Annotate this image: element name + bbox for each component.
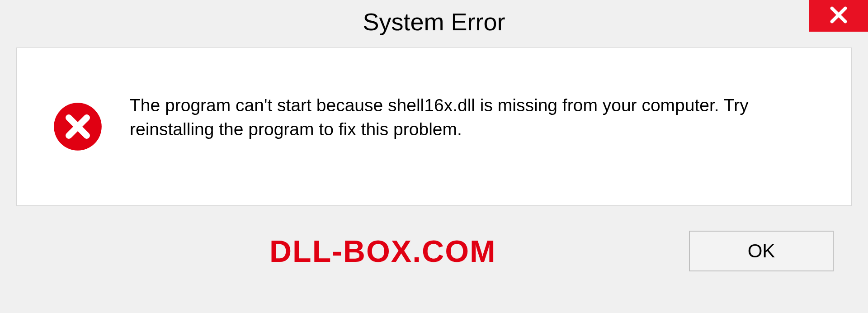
dialog-title: System Error — [363, 8, 505, 36]
close-icon — [829, 5, 849, 27]
error-message: The program can't start because shell16x… — [130, 94, 808, 141]
ok-button-label: OK — [748, 240, 775, 262]
watermark-text: DLL-BOX.COM — [269, 233, 496, 269]
titlebar: System Error — [0, 0, 868, 43]
content-area: The program can't start because shell16x… — [16, 47, 852, 206]
ok-button[interactable]: OK — [689, 231, 834, 271]
error-icon — [53, 102, 103, 152]
close-button[interactable] — [809, 0, 868, 32]
footer-area: DLL-BOX.COM OK — [16, 206, 852, 296]
